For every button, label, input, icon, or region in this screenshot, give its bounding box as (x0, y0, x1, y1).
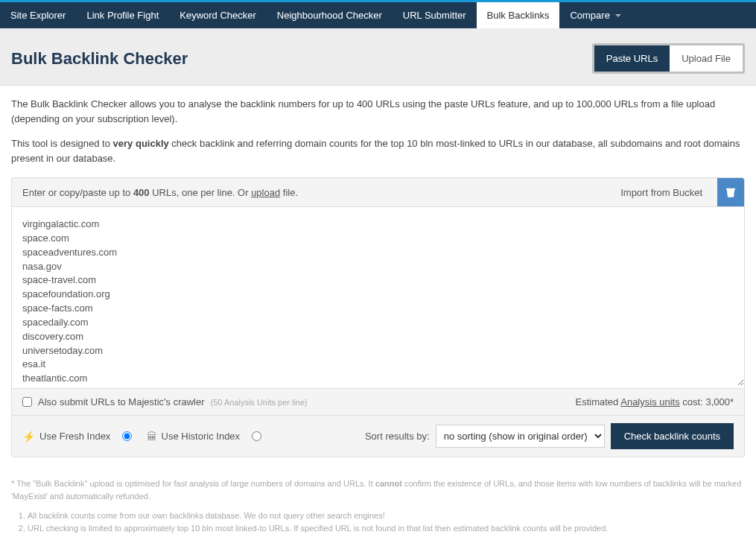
panel-footer: ⚡ Use Fresh Index 🏛 Use Historic Index S… (12, 415, 744, 457)
upload-file-button[interactable]: Upload File (670, 45, 743, 72)
page-header: Bulk Backlink Checker Paste URLs Upload … (0, 28, 756, 86)
sort-label: Sort results by: (365, 431, 430, 442)
paste-urls-button[interactable]: Paste URLs (594, 45, 670, 72)
input-panel: Enter or copy/paste up to 400 URLs, one … (11, 177, 745, 457)
sort-section: Sort results by: no sorting (show in ori… (365, 423, 734, 449)
lightning-icon: ⚡ (22, 431, 35, 443)
top-navigation: Site Explorer Link Profile Fight Keyword… (0, 0, 756, 28)
nav-keyword-checker[interactable]: Keyword Checker (169, 2, 267, 28)
analysis-units-link[interactable]: Analysis units (620, 396, 679, 407)
footer-list: All backlink counts come from our own ba… (11, 510, 745, 534)
panel-header: Enter or copy/paste up to 400 URLs, one … (12, 178, 744, 207)
upload-link[interactable]: upload (251, 187, 280, 198)
nav-bulk-backlinks[interactable]: Bulk Backlinks (477, 2, 560, 28)
nav-link-profile-fight[interactable]: Link Profile Fight (76, 2, 169, 28)
crawler-row: Also submit URLs to Majestic's crawler (… (12, 388, 744, 415)
import-section: Import from Bucket (620, 185, 734, 199)
bucket-icon (725, 186, 737, 198)
crawler-check-group: Also submit URLs to Majestic's crawler (… (22, 396, 308, 407)
import-label: Import from Bucket (620, 187, 702, 198)
fresh-index-label: Use Fresh Index (39, 431, 110, 442)
historic-index-radio[interactable] (252, 431, 261, 441)
footer-list-item-1: All backlink counts come from our own ba… (28, 510, 745, 522)
crawler-label: Also submit URLs to Majestic's crawler (38, 396, 205, 407)
historic-index-label: Use Historic Index (162, 431, 240, 442)
intro-paragraph-1: The Bulk Backlink Checker allows you to … (11, 97, 745, 126)
import-bucket-button[interactable] (717, 178, 744, 206)
mode-toggle: Paste URLs Upload File (592, 43, 745, 74)
footer-list-item-2: URL checking is limited to approximately… (28, 522, 745, 535)
nav-site-explorer[interactable]: Site Explorer (0, 2, 76, 28)
estimated-cost: Estimated Analysis units cost: 3,000* (576, 396, 734, 407)
crawler-checkbox[interactable] (22, 397, 32, 407)
footer-notes: * The "Bulk Backlink" upload is optimise… (0, 469, 756, 543)
panel-instructions: Enter or copy/paste up to 400 URLs, one … (22, 187, 298, 198)
chevron-down-icon (615, 14, 621, 17)
historic-icon: 🏛 (147, 431, 157, 443)
check-backlink-button[interactable]: Check backlink counts (611, 423, 734, 449)
url-textarea[interactable] (12, 207, 744, 386)
intro-paragraph-2: This tool is designed to very quickly ch… (11, 136, 745, 165)
footer-disclaimer: * The "Bulk Backlink" upload is optimise… (11, 478, 745, 502)
sort-select[interactable]: no sorting (show in original order) (436, 425, 605, 448)
crawler-subtext: (50 Analysis Units per line) (211, 398, 308, 407)
page-title: Bulk Backlink Checker (11, 49, 188, 69)
nav-neighbourhood-checker[interactable]: Neighbourhood Checker (267, 2, 393, 28)
nav-url-submitter[interactable]: URL Submitter (393, 2, 477, 28)
main-content: The Bulk Backlink Checker allows you to … (0, 86, 756, 469)
fresh-index-radio[interactable] (122, 431, 132, 441)
nav-compare[interactable]: Compare (559, 2, 631, 28)
index-options: ⚡ Use Fresh Index 🏛 Use Historic Index (22, 431, 261, 443)
